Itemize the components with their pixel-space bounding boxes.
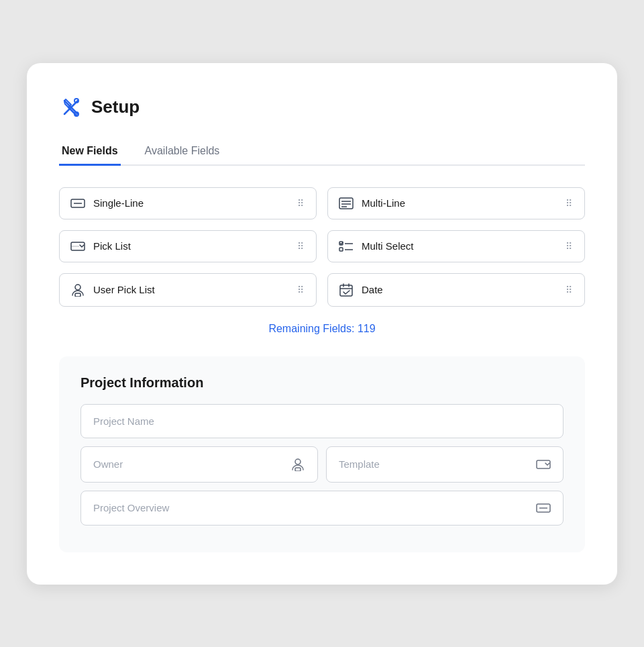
owner-field[interactable]: Owner bbox=[80, 446, 318, 483]
drag-handle-user-pick-list: ⠿ bbox=[297, 285, 305, 295]
svg-point-4 bbox=[74, 112, 78, 116]
template-icon bbox=[536, 458, 551, 470]
user-pick-list-icon bbox=[70, 283, 85, 297]
page-title: Setup bbox=[91, 97, 140, 117]
field-multi-line[interactable]: Multi-Line ⠿ bbox=[327, 187, 585, 219]
remaining-fields: Remaining Fields: 119 bbox=[59, 323, 585, 335]
field-date[interactable]: Date ⠿ bbox=[327, 273, 585, 307]
template-label: Template bbox=[339, 458, 536, 470]
single-line-icon bbox=[70, 197, 85, 209]
drag-handle-pick-list: ⠿ bbox=[297, 242, 305, 251]
pick-list-icon bbox=[70, 240, 85, 252]
svg-rect-19 bbox=[340, 285, 352, 296]
user-pick-list-label: User Pick List bbox=[93, 284, 297, 295]
drag-handle-single-line: ⠿ bbox=[297, 199, 305, 208]
project-section: Project Information Project Name Owner T… bbox=[59, 356, 585, 552]
svg-point-17 bbox=[75, 285, 80, 290]
multi-select-label: Multi Select bbox=[362, 240, 566, 252]
field-single-line[interactable]: Single-Line ⠿ bbox=[59, 187, 317, 219]
drag-handle-date: ⠿ bbox=[566, 285, 574, 295]
project-section-title: Project Information bbox=[80, 375, 564, 391]
svg-rect-24 bbox=[295, 468, 301, 471]
date-icon bbox=[339, 283, 354, 297]
svg-rect-18 bbox=[75, 293, 80, 297]
template-field[interactable]: Template bbox=[326, 446, 564, 483]
multi-select-icon bbox=[339, 240, 354, 252]
svg-rect-15 bbox=[339, 248, 343, 251]
field-pick-list[interactable]: Pick List ⠿ bbox=[59, 230, 317, 262]
main-card: Setup New Fields Available Fields Single… bbox=[27, 63, 617, 585]
setup-icon bbox=[59, 95, 83, 119]
project-overview-field[interactable]: Project Overview bbox=[80, 491, 564, 526]
owner-template-row: Owner Template bbox=[80, 446, 564, 483]
field-multi-select[interactable]: Multi Select ⠿ bbox=[327, 230, 585, 262]
tabs-container: New Fields Available Fields bbox=[59, 138, 585, 166]
drag-handle-multi-line: ⠿ bbox=[566, 199, 574, 208]
svg-point-23 bbox=[295, 459, 301, 464]
tab-new-fields[interactable]: New Fields bbox=[59, 138, 121, 166]
owner-label: Owner bbox=[93, 458, 290, 470]
header: Setup bbox=[59, 95, 585, 119]
single-line-label: Single-Line bbox=[93, 197, 297, 209]
multi-line-icon bbox=[339, 197, 354, 209]
project-name-field[interactable]: Project Name bbox=[80, 404, 564, 438]
field-user-pick-list[interactable]: User Pick List ⠿ bbox=[59, 273, 317, 307]
pick-list-label: Pick List bbox=[93, 240, 297, 252]
drag-handle-multi-select: ⠿ bbox=[566, 242, 574, 251]
project-overview-icon bbox=[536, 502, 551, 514]
owner-icon bbox=[290, 458, 305, 471]
project-name-label: Project Name bbox=[93, 415, 551, 427]
project-overview-label: Project Overview bbox=[93, 502, 536, 513]
date-label: Date bbox=[362, 284, 566, 295]
fields-grid: Single-Line ⠿ Multi-Line ⠿ bbox=[59, 187, 585, 307]
svg-point-3 bbox=[74, 99, 78, 103]
multi-line-label: Multi-Line bbox=[362, 197, 566, 209]
tab-available-fields[interactable]: Available Fields bbox=[142, 138, 223, 166]
